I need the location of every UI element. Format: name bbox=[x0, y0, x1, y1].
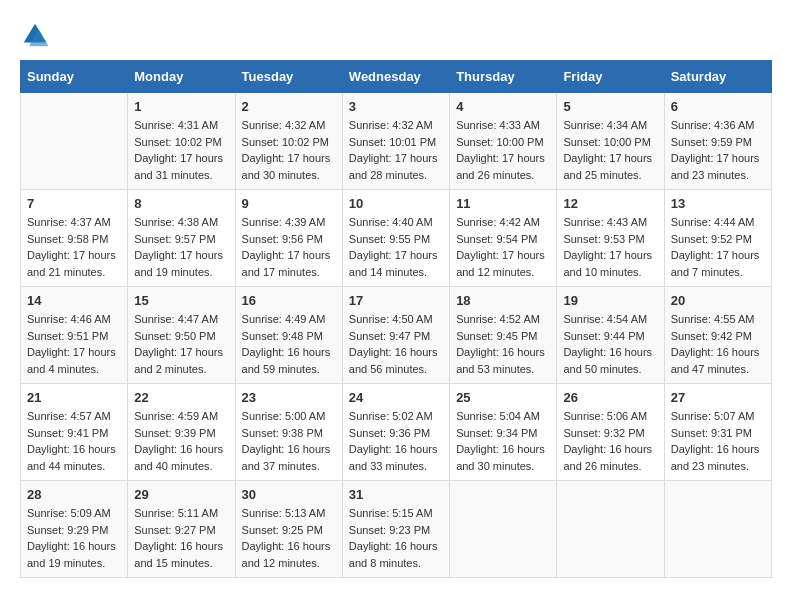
day-number: 19 bbox=[563, 293, 657, 308]
day-info: Sunrise: 4:54 AM Sunset: 9:44 PM Dayligh… bbox=[563, 311, 657, 377]
day-info: Sunrise: 5:09 AM Sunset: 9:29 PM Dayligh… bbox=[27, 505, 121, 571]
calendar-cell: 25Sunrise: 5:04 AM Sunset: 9:34 PM Dayli… bbox=[450, 384, 557, 481]
day-info: Sunrise: 5:04 AM Sunset: 9:34 PM Dayligh… bbox=[456, 408, 550, 474]
calendar-cell: 5Sunrise: 4:34 AM Sunset: 10:00 PM Dayli… bbox=[557, 93, 664, 190]
calendar-cell: 23Sunrise: 5:00 AM Sunset: 9:38 PM Dayli… bbox=[235, 384, 342, 481]
calendar-cell: 19Sunrise: 4:54 AM Sunset: 9:44 PM Dayli… bbox=[557, 287, 664, 384]
calendar-cell: 20Sunrise: 4:55 AM Sunset: 9:42 PM Dayli… bbox=[664, 287, 771, 384]
calendar-week-row: 21Sunrise: 4:57 AM Sunset: 9:41 PM Dayli… bbox=[21, 384, 772, 481]
calendar-week-row: 7Sunrise: 4:37 AM Sunset: 9:58 PM Daylig… bbox=[21, 190, 772, 287]
calendar-header: SundayMondayTuesdayWednesdayThursdayFrid… bbox=[21, 61, 772, 93]
day-info: Sunrise: 4:49 AM Sunset: 9:48 PM Dayligh… bbox=[242, 311, 336, 377]
day-number: 14 bbox=[27, 293, 121, 308]
calendar-cell: 11Sunrise: 4:42 AM Sunset: 9:54 PM Dayli… bbox=[450, 190, 557, 287]
calendar-cell: 17Sunrise: 4:50 AM Sunset: 9:47 PM Dayli… bbox=[342, 287, 449, 384]
day-info: Sunrise: 4:47 AM Sunset: 9:50 PM Dayligh… bbox=[134, 311, 228, 377]
day-info: Sunrise: 4:44 AM Sunset: 9:52 PM Dayligh… bbox=[671, 214, 765, 280]
day-number: 16 bbox=[242, 293, 336, 308]
day-info: Sunrise: 4:39 AM Sunset: 9:56 PM Dayligh… bbox=[242, 214, 336, 280]
day-number: 1 bbox=[134, 99, 228, 114]
calendar-cell: 27Sunrise: 5:07 AM Sunset: 9:31 PM Dayli… bbox=[664, 384, 771, 481]
calendar-cell: 21Sunrise: 4:57 AM Sunset: 9:41 PM Dayli… bbox=[21, 384, 128, 481]
calendar-cell bbox=[21, 93, 128, 190]
calendar-cell: 24Sunrise: 5:02 AM Sunset: 9:36 PM Dayli… bbox=[342, 384, 449, 481]
day-number: 22 bbox=[134, 390, 228, 405]
day-number: 24 bbox=[349, 390, 443, 405]
day-number: 28 bbox=[27, 487, 121, 502]
day-info: Sunrise: 4:37 AM Sunset: 9:58 PM Dayligh… bbox=[27, 214, 121, 280]
calendar-cell: 30Sunrise: 5:13 AM Sunset: 9:25 PM Dayli… bbox=[235, 481, 342, 578]
day-number: 7 bbox=[27, 196, 121, 211]
day-info: Sunrise: 4:55 AM Sunset: 9:42 PM Dayligh… bbox=[671, 311, 765, 377]
day-info: Sunrise: 5:15 AM Sunset: 9:23 PM Dayligh… bbox=[349, 505, 443, 571]
day-number: 31 bbox=[349, 487, 443, 502]
day-info: Sunrise: 4:46 AM Sunset: 9:51 PM Dayligh… bbox=[27, 311, 121, 377]
day-info: Sunrise: 5:07 AM Sunset: 9:31 PM Dayligh… bbox=[671, 408, 765, 474]
calendar-cell: 1Sunrise: 4:31 AM Sunset: 10:02 PM Dayli… bbox=[128, 93, 235, 190]
calendar-cell: 10Sunrise: 4:40 AM Sunset: 9:55 PM Dayli… bbox=[342, 190, 449, 287]
calendar-cell: 26Sunrise: 5:06 AM Sunset: 9:32 PM Dayli… bbox=[557, 384, 664, 481]
calendar-cell: 8Sunrise: 4:38 AM Sunset: 9:57 PM Daylig… bbox=[128, 190, 235, 287]
day-info: Sunrise: 4:42 AM Sunset: 9:54 PM Dayligh… bbox=[456, 214, 550, 280]
header-row: SundayMondayTuesdayWednesdayThursdayFrid… bbox=[21, 61, 772, 93]
day-info: Sunrise: 5:13 AM Sunset: 9:25 PM Dayligh… bbox=[242, 505, 336, 571]
header-day: Tuesday bbox=[235, 61, 342, 93]
calendar-cell: 12Sunrise: 4:43 AM Sunset: 9:53 PM Dayli… bbox=[557, 190, 664, 287]
day-number: 6 bbox=[671, 99, 765, 114]
day-number: 4 bbox=[456, 99, 550, 114]
day-number: 3 bbox=[349, 99, 443, 114]
day-info: Sunrise: 4:43 AM Sunset: 9:53 PM Dayligh… bbox=[563, 214, 657, 280]
calendar-cell: 22Sunrise: 4:59 AM Sunset: 9:39 PM Dayli… bbox=[128, 384, 235, 481]
day-info: Sunrise: 4:50 AM Sunset: 9:47 PM Dayligh… bbox=[349, 311, 443, 377]
calendar-cell: 4Sunrise: 4:33 AM Sunset: 10:00 PM Dayli… bbox=[450, 93, 557, 190]
day-number: 8 bbox=[134, 196, 228, 211]
calendar-cell: 29Sunrise: 5:11 AM Sunset: 9:27 PM Dayli… bbox=[128, 481, 235, 578]
day-number: 20 bbox=[671, 293, 765, 308]
day-number: 26 bbox=[563, 390, 657, 405]
day-number: 29 bbox=[134, 487, 228, 502]
page-header bbox=[20, 20, 772, 50]
day-number: 27 bbox=[671, 390, 765, 405]
calendar-cell: 3Sunrise: 4:32 AM Sunset: 10:01 PM Dayli… bbox=[342, 93, 449, 190]
day-info: Sunrise: 4:34 AM Sunset: 10:00 PM Daylig… bbox=[563, 117, 657, 183]
day-info: Sunrise: 4:52 AM Sunset: 9:45 PM Dayligh… bbox=[456, 311, 550, 377]
calendar-cell: 16Sunrise: 4:49 AM Sunset: 9:48 PM Dayli… bbox=[235, 287, 342, 384]
day-info: Sunrise: 4:38 AM Sunset: 9:57 PM Dayligh… bbox=[134, 214, 228, 280]
calendar-cell bbox=[450, 481, 557, 578]
day-info: Sunrise: 4:33 AM Sunset: 10:00 PM Daylig… bbox=[456, 117, 550, 183]
logo-icon bbox=[20, 20, 50, 50]
day-number: 9 bbox=[242, 196, 336, 211]
calendar-cell: 9Sunrise: 4:39 AM Sunset: 9:56 PM Daylig… bbox=[235, 190, 342, 287]
day-number: 23 bbox=[242, 390, 336, 405]
day-info: Sunrise: 4:40 AM Sunset: 9:55 PM Dayligh… bbox=[349, 214, 443, 280]
header-day: Wednesday bbox=[342, 61, 449, 93]
calendar-cell: 15Sunrise: 4:47 AM Sunset: 9:50 PM Dayli… bbox=[128, 287, 235, 384]
calendar-body: 1Sunrise: 4:31 AM Sunset: 10:02 PM Dayli… bbox=[21, 93, 772, 578]
header-day: Thursday bbox=[450, 61, 557, 93]
day-number: 2 bbox=[242, 99, 336, 114]
day-number: 5 bbox=[563, 99, 657, 114]
calendar-cell bbox=[557, 481, 664, 578]
calendar-table: SundayMondayTuesdayWednesdayThursdayFrid… bbox=[20, 60, 772, 578]
day-number: 10 bbox=[349, 196, 443, 211]
day-number: 18 bbox=[456, 293, 550, 308]
header-day: Saturday bbox=[664, 61, 771, 93]
day-info: Sunrise: 5:00 AM Sunset: 9:38 PM Dayligh… bbox=[242, 408, 336, 474]
header-day: Monday bbox=[128, 61, 235, 93]
day-info: Sunrise: 4:36 AM Sunset: 9:59 PM Dayligh… bbox=[671, 117, 765, 183]
calendar-cell: 18Sunrise: 4:52 AM Sunset: 9:45 PM Dayli… bbox=[450, 287, 557, 384]
calendar-cell: 6Sunrise: 4:36 AM Sunset: 9:59 PM Daylig… bbox=[664, 93, 771, 190]
day-info: Sunrise: 4:32 AM Sunset: 10:02 PM Daylig… bbox=[242, 117, 336, 183]
calendar-week-row: 1Sunrise: 4:31 AM Sunset: 10:02 PM Dayli… bbox=[21, 93, 772, 190]
day-number: 17 bbox=[349, 293, 443, 308]
day-number: 15 bbox=[134, 293, 228, 308]
calendar-cell bbox=[664, 481, 771, 578]
day-info: Sunrise: 5:11 AM Sunset: 9:27 PM Dayligh… bbox=[134, 505, 228, 571]
calendar-cell: 14Sunrise: 4:46 AM Sunset: 9:51 PM Dayli… bbox=[21, 287, 128, 384]
day-info: Sunrise: 5:02 AM Sunset: 9:36 PM Dayligh… bbox=[349, 408, 443, 474]
day-number: 12 bbox=[563, 196, 657, 211]
day-number: 11 bbox=[456, 196, 550, 211]
calendar-cell: 7Sunrise: 4:37 AM Sunset: 9:58 PM Daylig… bbox=[21, 190, 128, 287]
calendar-cell: 13Sunrise: 4:44 AM Sunset: 9:52 PM Dayli… bbox=[664, 190, 771, 287]
logo bbox=[20, 20, 54, 50]
